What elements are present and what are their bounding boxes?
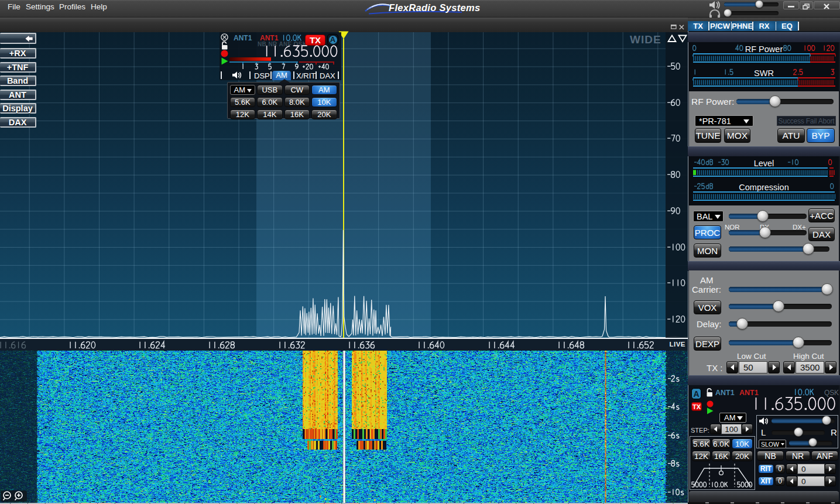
slice-filter-5.6k[interactable]: 5.6K [692,438,711,449]
profile-select[interactable]: *PR-781 [695,115,753,126]
flag-close-icon[interactable] [221,33,228,41]
zoom-in-icon[interactable] [15,492,23,500]
flag-filter-5.6k[interactable]: 5.6K [230,97,256,108]
proc-button[interactable]: PROC [694,225,721,239]
headphone-volume-slider[interactable] [724,11,779,15]
slice-tx-button[interactable]: TX [691,402,702,411]
flag-filter-14k[interactable]: 14K [257,109,283,120]
flag-tab-dsp[interactable]: DSP [254,71,270,80]
high-cut-up[interactable] [825,361,836,373]
toolbar-ant-button[interactable]: ANT [0,90,36,100]
rit-zero-button[interactable]: 0 [775,464,785,474]
menu-settings[interactable]: Settings [26,2,54,11]
xit-button[interactable]: XIT [758,476,774,486]
dax-button[interactable]: DAX [808,227,835,241]
rit-button[interactable]: RIT [758,464,774,474]
slice-filter-10k[interactable]: 10K [732,438,753,449]
toolbar-band-button[interactable]: Band [0,76,36,86]
delay-slider[interactable] [729,321,832,327]
mic-level-slider[interactable] [729,214,807,219]
flag-record-icon[interactable] [221,50,228,57]
mox-button[interactable]: MOX [724,128,750,143]
slice-record-icon[interactable] [707,400,714,407]
flag-speaker-icon[interactable] [232,71,242,79]
restore-button[interactable] [800,1,813,9]
xit-up[interactable] [825,476,836,486]
waterfall-display[interactable] [0,351,688,503]
flag-filter-20k[interactable]: 20K [311,109,337,120]
nr-button[interactable]: NR [786,451,810,461]
pan-updown-icons[interactable] [667,34,687,43]
flag-tx-button[interactable]: TX [305,35,325,46]
anf-button[interactable]: ANF [811,451,838,461]
flag-mode-am[interactable]: AM [311,85,337,95]
step-value[interactable]: 100 [721,424,742,434]
high-cut-value[interactable]: 3500 [796,361,824,373]
flag-filter-10k[interactable]: 10K [311,97,337,108]
flag-audio-button[interactable]: A [327,34,338,46]
txpanel-tab-eq[interactable]: EQ [776,21,798,31]
low-cut-down[interactable] [726,361,738,373]
nb-button[interactable]: NB [757,451,784,461]
flag-tab-dax[interactable]: DAX [320,71,335,80]
slice-tx-antenna[interactable]: ANT1 [739,389,759,397]
xit-value[interactable]: 0 [797,476,825,486]
byp-button[interactable]: BYP [807,128,835,143]
proc-slider[interactable] [729,230,807,235]
pan-close-icon[interactable] [679,25,684,30]
agc-select[interactable]: SLOW [759,440,786,448]
menu-help[interactable]: Help [91,2,107,11]
step-down[interactable] [710,424,721,434]
flag-mode-usb[interactable]: USB [257,85,283,95]
flag-mode-select[interactable]: AM [230,85,256,95]
low-cut-value[interactable]: 50 [739,361,767,373]
master-volume-slider[interactable] [724,2,779,6]
slice-filter-20k[interactable]: 20K [732,451,753,461]
mon-button[interactable]: MON [694,244,721,258]
menu-profiles[interactable]: Profiles [59,2,85,11]
zoom-out-icon[interactable] [4,492,11,500]
slice-filter-6.0k[interactable]: 6.0K [712,438,731,449]
slice-balance-slider[interactable] [772,430,825,435]
slice-unlock-icon[interactable] [705,388,713,397]
low-cut-up[interactable] [768,361,780,373]
toolbar-display-button[interactable]: Display [0,103,36,114]
tune-button[interactable]: TUNE [695,128,721,143]
txpanel-tab-phne[interactable]: PHNE [732,21,752,31]
vox-slider[interactable] [729,304,832,309]
step-up[interactable] [742,424,753,434]
flag-unlock-icon[interactable] [221,41,228,50]
am-carrier-slider[interactable] [729,287,832,292]
slice-filter-12k[interactable]: 12K [692,451,711,461]
flag-filter-8.0k[interactable]: 8.0K [284,97,310,108]
rf-power-slider[interactable] [736,99,834,104]
flag-filter-6.0k[interactable]: 6.0K [257,97,283,108]
acc-button[interactable]: +ACC [808,208,835,222]
menu-file[interactable]: File [8,2,20,11]
dexp-slider[interactable] [729,340,832,345]
pan-restore-icon[interactable] [671,25,677,29]
slice-rx-antenna[interactable]: ANT1 [715,389,735,397]
slice-flag[interactable]: ANT1 ANT1 NB NR ANF QSK TX A DSPAMX/RITD… [220,32,341,80]
txpanel-tab-tx[interactable]: TX [688,21,708,31]
slice-audio-button[interactable]: A [691,388,701,399]
toolbar-rx-button[interactable]: +RX [0,48,36,59]
flag-mode-cw[interactable]: CW [284,85,310,95]
slice-filter-16k[interactable]: 16K [712,451,731,461]
rit-value[interactable]: 0 [797,464,825,474]
txpanel-tab-pcw[interactable]: P/CW [709,21,731,31]
high-cut-down[interactable] [783,361,795,373]
vox-button[interactable]: VOX [694,300,721,314]
xit-down[interactable] [786,476,797,486]
atu-button[interactable]: ATU [777,128,805,143]
minimize-button[interactable] [783,1,799,9]
toolbar-tnf-button[interactable]: +TNF [0,62,36,73]
slice-volume-slider[interactable] [772,419,835,423]
flag-rx-antenna[interactable]: ANT1 [234,34,252,42]
mic-select[interactable]: BAL [693,211,724,222]
flag-filter-16k[interactable]: 16K [284,109,310,120]
dexp-button[interactable]: DEXP [694,337,721,351]
slice-mode-select[interactable]: AM [719,413,746,423]
agc-slider[interactable] [789,441,832,445]
flag-filter-12k[interactable]: 12K [230,109,256,120]
